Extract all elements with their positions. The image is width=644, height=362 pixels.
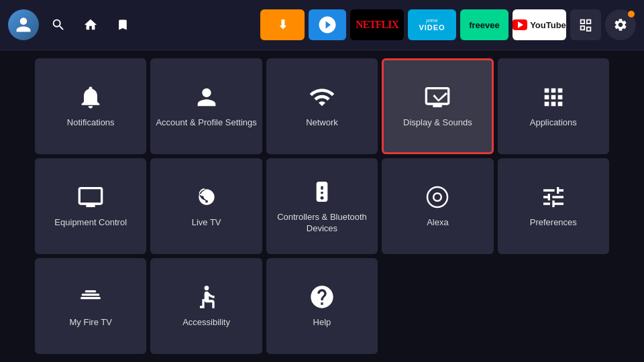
- grid-item-live-tv[interactable]: Live TV: [150, 158, 262, 254]
- grid-item-help[interactable]: Help: [266, 258, 378, 354]
- grid-item-preferences[interactable]: Preferences: [498, 158, 609, 254]
- settings-icon: [613, 17, 628, 32]
- alexa-icon: [424, 184, 451, 210]
- svg-rect-5: [80, 297, 101, 299]
- display-sounds-label: Display & Sounds: [398, 117, 478, 129]
- grid-item-alexa[interactable]: Alexa: [382, 158, 493, 254]
- preferences-label: Preferences: [525, 217, 582, 229]
- display-icon: [424, 84, 451, 111]
- settings-grid: Notifications Account & Profile Settings…: [0, 50, 644, 362]
- empty-cell-r3c5: [498, 258, 609, 354]
- grid-item-my-fire-tv[interactable]: My Fire TV: [35, 258, 146, 354]
- equipment-control-label: Equipment Control: [49, 217, 132, 229]
- antenna-icon: [193, 184, 220, 210]
- svg-point-6: [204, 286, 209, 290]
- person-icon: [193, 84, 220, 111]
- svg-rect-4: [85, 290, 97, 292]
- accessibility-label: Accessibility: [177, 317, 235, 328]
- prime-video-app[interactable]: prime VIDEO: [408, 9, 456, 40]
- youtube-app[interactable]: YouTube: [513, 9, 566, 40]
- notifications-label: Notifications: [62, 117, 120, 129]
- app-grid-button[interactable]: [570, 9, 601, 40]
- grid-item-accessibility[interactable]: Accessibility: [150, 258, 262, 354]
- grid-item-applications[interactable]: Applications: [498, 58, 609, 154]
- youtube-label: YouTube: [530, 20, 566, 30]
- freevee-label: freevee: [469, 20, 500, 30]
- search-button[interactable]: [46, 12, 71, 38]
- download-icon: ⬇: [278, 17, 288, 32]
- settings-notification-dot: [628, 11, 635, 17]
- grid-item-controllers-bluetooth[interactable]: Controllers & Bluetooth Devices: [266, 158, 378, 254]
- bookmark-button[interactable]: [110, 12, 136, 38]
- netflix-label: NETFLIX: [356, 19, 398, 31]
- controllers-bluetooth-label: Controllers & Bluetooth Devices: [266, 212, 378, 235]
- svg-rect-3: [82, 294, 100, 296]
- firetv-icon: [77, 284, 104, 310]
- bell-icon: [77, 84, 104, 111]
- network-label: Network: [301, 117, 343, 129]
- user-avatar[interactable]: [8, 9, 39, 40]
- wifi-icon: [309, 84, 335, 111]
- freevee-app[interactable]: freevee: [460, 9, 508, 40]
- nav-left-icons: [8, 9, 136, 40]
- grid-item-equipment-control[interactable]: Equipment Control: [35, 158, 146, 254]
- app-shortcuts: ⬇ NETFLIX prime VIDEO freevee: [260, 9, 636, 40]
- blue-app-icon: [317, 15, 337, 35]
- accessibility-icon: [193, 284, 220, 310]
- empty-cell-r3c4: [382, 258, 493, 354]
- top-navigation: ⬇ NETFLIX prime VIDEO freevee: [0, 0, 644, 50]
- apps-icon: [540, 84, 567, 111]
- remote-icon: [309, 178, 335, 205]
- youtube-logo-icon: [513, 19, 527, 30]
- blue-app[interactable]: [309, 9, 346, 40]
- svg-point-2: [434, 193, 442, 201]
- tv-icon: [77, 184, 104, 210]
- prime-logo: prime VIDEO: [419, 18, 445, 32]
- svg-rect-0: [83, 202, 99, 204]
- alexa-label: Alexa: [421, 217, 454, 229]
- youtube-play-icon: [518, 21, 523, 28]
- grid-item-display-sounds[interactable]: Display & Sounds: [382, 58, 493, 154]
- my-fire-tv-label: My Fire TV: [64, 317, 117, 328]
- sliders-icon: [540, 184, 567, 210]
- svg-point-1: [427, 187, 447, 207]
- applications-label: Applications: [525, 117, 582, 129]
- grid-item-account[interactable]: Account & Profile Settings: [150, 58, 262, 154]
- grid-icon: [578, 17, 593, 32]
- settings-button[interactable]: [605, 9, 636, 40]
- help-label: Help: [308, 317, 337, 328]
- downloader-app[interactable]: ⬇: [260, 9, 305, 40]
- home-button[interactable]: [78, 12, 103, 38]
- netflix-app[interactable]: NETFLIX: [350, 9, 404, 40]
- live-tv-label: Live TV: [186, 217, 227, 229]
- account-label: Account & Profile Settings: [150, 117, 262, 129]
- help-icon: [309, 284, 335, 310]
- grid-item-notifications[interactable]: Notifications: [35, 58, 146, 154]
- grid-item-network[interactable]: Network: [266, 58, 378, 154]
